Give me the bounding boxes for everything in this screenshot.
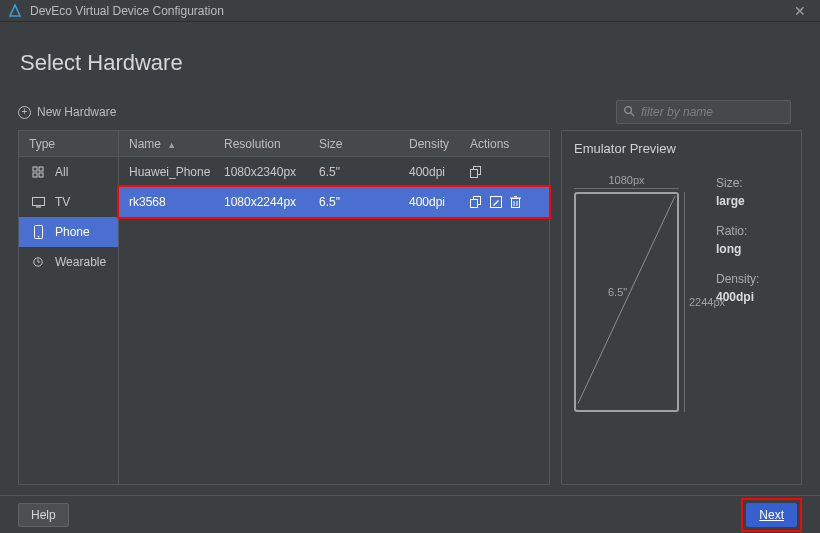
device-diagonal-label: 6.5" — [608, 286, 627, 298]
device-width-label: 1080px — [574, 174, 679, 189]
hardware-list-panel: Type All TV Phone — [18, 130, 550, 485]
cell-density: 400dpi — [399, 165, 464, 179]
clone-icon[interactable] — [470, 166, 482, 178]
svg-rect-4 — [33, 173, 37, 177]
cell-actions — [464, 196, 534, 208]
cell-resolution: 1080x2244px — [214, 195, 309, 209]
sort-asc-icon: ▲ — [167, 140, 176, 150]
device-outline — [574, 192, 679, 412]
svg-point-9 — [37, 236, 39, 238]
app-logo-icon — [8, 4, 22, 18]
hardware-table: Name ▲ Resolution Size Density Actions H… — [119, 131, 549, 484]
new-hardware-label: New Hardware — [37, 105, 116, 119]
sidebar-item-wearable[interactable]: Wearable — [19, 247, 118, 277]
search-field[interactable] — [616, 100, 791, 124]
cell-name: Huawei_Phone — [119, 165, 214, 179]
preview-title: Emulator Preview — [574, 141, 789, 156]
help-button[interactable]: Help — [18, 503, 69, 527]
category-sidebar: Type All TV Phone — [19, 131, 119, 484]
edit-icon[interactable] — [490, 196, 502, 208]
cell-size: 6.5" — [309, 195, 399, 209]
device-height-label: 2244px — [684, 192, 725, 412]
search-input[interactable] — [641, 105, 784, 119]
table-row[interactable]: Huawei_Phone 1080x2340px 6.5" 400dpi — [119, 157, 549, 187]
footer: Help Next — [0, 495, 820, 533]
sidebar-header: Type — [19, 131, 118, 157]
svg-rect-14 — [471, 170, 478, 178]
sidebar-item-label: TV — [55, 195, 70, 209]
close-icon[interactable]: ✕ — [788, 1, 812, 21]
new-hardware-button[interactable]: + New Hardware — [18, 103, 116, 121]
titlebar: DevEco Virtual Device Configuration ✕ — [0, 0, 820, 22]
svg-rect-18 — [512, 199, 520, 208]
col-density[interactable]: Density — [399, 137, 464, 151]
svg-line-23 — [578, 196, 675, 404]
cell-actions — [464, 166, 534, 178]
cell-name: rk3568 — [119, 195, 214, 209]
cell-density: 400dpi — [399, 195, 464, 209]
svg-rect-3 — [39, 167, 43, 171]
emulator-preview-panel: Emulator Preview 1080px 2244px 6.5" Size… — [561, 130, 802, 485]
delete-icon[interactable] — [510, 196, 521, 208]
cell-size: 6.5" — [309, 165, 399, 179]
plus-icon: + — [18, 106, 31, 119]
svg-rect-6 — [32, 197, 44, 205]
col-size[interactable]: Size — [309, 137, 399, 151]
svg-line-1 — [631, 112, 634, 115]
table-header: Name ▲ Resolution Size Density Actions — [119, 131, 549, 157]
device-preview: 1080px 2244px 6.5" — [574, 170, 704, 474]
content-area: Select Hardware + New Hardware Type All — [0, 22, 820, 485]
cell-resolution: 1080x2340px — [214, 165, 309, 179]
sidebar-item-label: Phone — [55, 225, 90, 239]
sidebar-item-tv[interactable]: TV — [19, 187, 118, 217]
watch-icon — [31, 256, 45, 268]
table-row[interactable]: rk3568 1080x2244px 6.5" 400dpi — [119, 187, 549, 217]
page-title: Select Hardware — [20, 50, 802, 76]
col-name[interactable]: Name ▲ — [119, 137, 214, 151]
grid-icon — [31, 166, 45, 178]
svg-rect-5 — [39, 173, 43, 177]
sidebar-item-label: All — [55, 165, 68, 179]
col-actions: Actions — [464, 137, 534, 151]
sidebar-item-all[interactable]: All — [19, 157, 118, 187]
clone-icon[interactable] — [470, 196, 482, 208]
sidebar-item-label: Wearable — [55, 255, 106, 269]
svg-rect-2 — [33, 167, 37, 171]
col-name-label: Name — [129, 137, 161, 151]
window-title: DevEco Virtual Device Configuration — [30, 4, 788, 18]
sidebar-item-phone[interactable]: Phone — [19, 217, 118, 247]
phone-icon — [31, 225, 45, 239]
tv-icon — [31, 197, 45, 208]
toolbar: + New Hardware — [18, 100, 802, 124]
svg-point-0 — [625, 106, 632, 113]
svg-rect-16 — [471, 200, 478, 208]
highlight-frame-next: Next — [741, 498, 802, 532]
col-resolution[interactable]: Resolution — [214, 137, 309, 151]
next-button[interactable]: Next — [746, 503, 797, 527]
spec-size-label: Size: — [716, 176, 759, 190]
search-icon — [623, 105, 635, 120]
